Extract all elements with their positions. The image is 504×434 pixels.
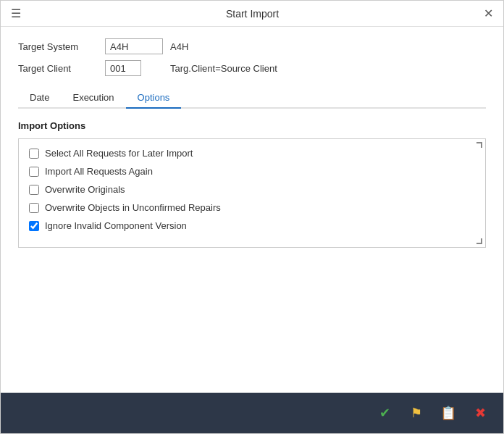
checkbox-label-4: Overwrite Objects in Unconfirmed Repairs [45, 202, 221, 213]
footer: ✔ ⚑ 📋 ✖ [1, 393, 503, 433]
dialog-title: Start Import [21, 8, 484, 20]
import-options-section: Import Options Select All Requests for L… [18, 120, 486, 248]
checkbox-row-5: Ignore Invalid Component Version [29, 220, 475, 231]
checkbox-import-all[interactable] [29, 167, 39, 177]
flag-button[interactable]: ⚑ [405, 401, 428, 425]
target-client-input[interactable] [105, 60, 141, 76]
target-system-display: A4H [170, 41, 188, 52]
tab-execution[interactable]: Execution [61, 88, 125, 109]
title-bar: ☰ Start Import ✕ [1, 1, 503, 27]
close-icon[interactable]: ✕ [484, 7, 493, 20]
cancel-button[interactable]: ✖ [469, 401, 492, 425]
check-icon: ✔ [379, 405, 390, 421]
options-box: Select All Requests for Later Import Imp… [18, 138, 486, 248]
target-client-display: Targ.Client=Source Client [170, 63, 277, 74]
checkbox-row-1: Select All Requests for Later Import [29, 148, 475, 159]
target-client-label: Target Client [18, 63, 105, 74]
target-system-input[interactable] [105, 38, 163, 54]
tab-options[interactable]: Options [126, 88, 182, 109]
x-icon: ✖ [475, 405, 486, 421]
corner-mark-tr [476, 142, 482, 148]
checkbox-overwrite-objects[interactable] [29, 203, 39, 213]
doc-button[interactable]: 📋 [437, 401, 460, 425]
import-options-title: Import Options [18, 120, 486, 131]
hamburger-icon[interactable]: ☰ [11, 7, 21, 20]
target-client-row: Target Client Targ.Client=Source Client [18, 60, 486, 76]
target-system-row: Target System A4H [18, 38, 486, 54]
tab-date[interactable]: Date [18, 88, 61, 109]
checkbox-row-3: Overwrite Originals [29, 184, 475, 195]
dialog: ☰ Start Import ✕ Target System A4H Targe… [0, 0, 504, 434]
tabs-row: Date Execution Options [18, 88, 486, 109]
content-area: Target System A4H Target Client Targ.Cli… [1, 27, 503, 393]
confirm-button[interactable]: ✔ [373, 401, 396, 425]
checkbox-row-2: Import All Requests Again [29, 166, 475, 177]
checkbox-label-5: Ignore Invalid Component Version [45, 220, 187, 231]
doc-icon: 📋 [440, 405, 456, 421]
checkbox-overwrite-originals[interactable] [29, 185, 39, 195]
checkbox-select-all[interactable] [29, 149, 39, 159]
target-system-label: Target System [18, 41, 105, 52]
checkbox-row-4: Overwrite Objects in Unconfirmed Repairs [29, 202, 475, 213]
checkbox-label-2: Import All Requests Again [45, 166, 153, 177]
checkbox-ignore-invalid[interactable] [29, 221, 39, 231]
checkbox-label-1: Select All Requests for Later Import [45, 148, 193, 159]
checkbox-label-3: Overwrite Originals [45, 184, 125, 195]
corner-mark-br [476, 238, 482, 244]
flag-icon: ⚑ [411, 405, 422, 421]
